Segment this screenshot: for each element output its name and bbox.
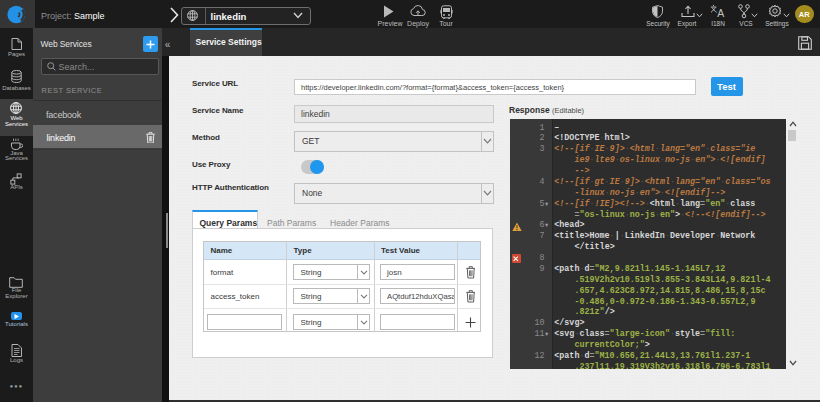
svg-text:A: A xyxy=(717,7,724,18)
